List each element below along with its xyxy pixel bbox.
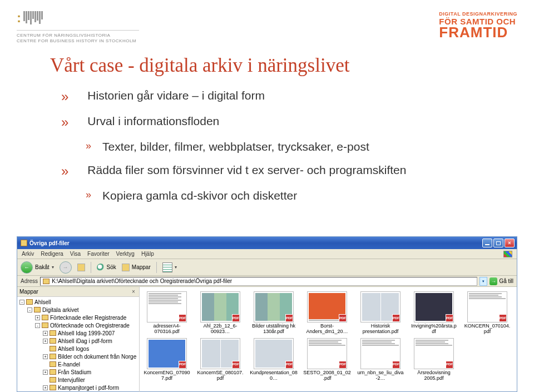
back-label: Bakåt: [35, 264, 50, 270]
search-button[interactable]: Sök: [97, 264, 116, 271]
logo-left-line1: CENTRUM FÖR NÄRINGSLIVSHISTORIA: [17, 33, 139, 38]
tree-node[interactable]: +Ahlsell Idag 1999-2007: [19, 329, 137, 337]
tree-node[interactable]: Intervjufiler: [19, 376, 137, 384]
tree-node[interactable]: +Från Stadium: [19, 368, 137, 376]
tree-label: Bilder och dokument från Norge: [58, 354, 136, 360]
tree-node[interactable]: +Förtecknade eller Registrerade: [19, 314, 137, 321]
bullet-item: »Texter, bilder, filmer, webbplatser, tr…: [61, 140, 534, 153]
pdf-badge-icon: PDF: [232, 361, 240, 369]
file-thumbnail: PDF: [307, 338, 347, 369]
window-titlebar[interactable]: Övriga pdf-filer ×: [17, 237, 517, 249]
tree-node[interactable]: -Digitala arkivet: [19, 306, 137, 314]
chevron-down-icon: ▾: [175, 265, 177, 270]
menu-item[interactable]: Hjälp: [141, 251, 154, 257]
file-thumbnail: PDF: [467, 291, 507, 322]
file-thumbnail: PDF: [360, 338, 400, 369]
file-name: Årsredovisning 2005.pdf: [410, 370, 458, 381]
search-label: Sök: [107, 264, 116, 270]
expand-icon[interactable]: +: [43, 370, 48, 375]
go-button[interactable]: → Gå till: [490, 277, 513, 285]
file-item[interactable]: PDFBilder utställning hk 130år.pdf: [250, 291, 298, 335]
folder-icon: [50, 346, 56, 351]
chevron-down-icon: ▾: [52, 265, 54, 270]
file-item[interactable]: PDFKundpresentation_080…: [250, 338, 298, 381]
back-button[interactable]: ← Bakåt ▾: [21, 261, 54, 274]
collapse-icon[interactable]: -: [19, 300, 24, 305]
tree-node[interactable]: E-handel: [19, 360, 137, 368]
tree-label: Digitala arkivet: [42, 307, 79, 313]
close-panel-button[interactable]: ×: [130, 289, 137, 295]
forward-button[interactable]: →: [60, 261, 72, 274]
expand-icon[interactable]: +: [43, 331, 48, 336]
menu-item[interactable]: Redigera: [41, 251, 63, 257]
minimize-button[interactable]: [482, 239, 492, 247]
file-thumbnail: PDF: [360, 291, 400, 322]
file-name: SESTO_2008_01_02.pdf: [303, 370, 351, 381]
up-button[interactable]: [77, 264, 85, 271]
tree-node[interactable]: +Kampanjtorget i pdf-form: [19, 384, 137, 391]
file-item[interactable]: PDFBorst-Anders_dm1_20…: [303, 291, 351, 335]
maximize-button[interactable]: [493, 239, 503, 247]
expand-icon[interactable]: +: [43, 385, 48, 390]
bullet-item: »Historien går vidare – i digital form: [61, 89, 534, 105]
bullet-item: »Kopiera gamla cd-skivor och disketter: [61, 189, 534, 202]
bullet-marker-icon: »: [86, 140, 91, 152]
file-name: Borst-Anders_dm1_20…: [303, 324, 351, 335]
menu-item[interactable]: Favoriter: [87, 251, 109, 257]
address-label: Adress: [21, 278, 38, 284]
collapse-icon[interactable]: -: [35, 323, 40, 328]
tree-node[interactable]: +Ahlsell iDag i pdf-form: [19, 337, 137, 345]
file-item[interactable]: PDFKoncernENG_070907.pdf: [143, 338, 191, 381]
file-item[interactable]: PDFÅrsredovisning 2005.pdf: [410, 338, 458, 381]
logo-right-line1: DIGITAL DESIGNARKIVERING: [439, 11, 517, 17]
folder-tree-panel: Mappar × -Ahlsell-Digitala arkivet+Förte…: [17, 287, 140, 392]
bullet-text: Historien går vidare – i digital form: [87, 89, 265, 102]
tree-node[interactable]: -Oförtecknade och Oregistrerade: [19, 321, 137, 329]
file-thumbnail: PDF: [147, 291, 187, 322]
pdf-badge-icon: PDF: [339, 361, 347, 369]
tree-label: Kampanjtorget i pdf-form: [58, 385, 119, 391]
expand-icon[interactable]: +: [43, 339, 48, 344]
expand-icon[interactable]: +: [43, 354, 48, 359]
bullet-text: Rädda filer som försvinner vid t ex serv…: [87, 163, 406, 177]
search-icon: [97, 264, 105, 271]
bullet-list: »Historien går vidare – i digital form»U…: [0, 89, 534, 202]
logo-left-line2: CENTRE FOR BUSINESS HISTORY IN STOCKHOLM: [17, 38, 139, 44]
address-dropdown-button[interactable]: ▾: [479, 277, 487, 286]
collapse-icon[interactable]: -: [27, 307, 32, 312]
pdf-badge-icon: PDF: [285, 361, 293, 369]
tree-label: Ahlsell Idag 1999-2007: [58, 330, 115, 336]
file-item[interactable]: PDFadresserA4-070316.pdf: [143, 291, 191, 335]
folder-icon: [50, 369, 56, 375]
folders-button[interactable]: Mappar: [122, 264, 151, 271]
folders-icon: [122, 264, 130, 271]
file-thumbnail: PDF: [254, 291, 294, 322]
file-item[interactable]: PDFurn_nbn_se_liu_diva-2…: [357, 338, 404, 381]
menu-item[interactable]: Arkiv: [22, 251, 34, 257]
expand-icon[interactable]: +: [35, 315, 40, 320]
file-name: KoncernENG_070907.pdf: [143, 370, 191, 381]
tree-node[interactable]: +Bilder och dokument från Norge: [19, 353, 137, 360]
file-thumbnail: PDF: [307, 291, 347, 322]
menu-item[interactable]: Verktyg: [116, 251, 135, 257]
views-button[interactable]: ▾: [162, 262, 177, 272]
tree-node[interactable]: -Ahlsell: [19, 298, 137, 306]
file-item[interactable]: PDFSESTO_2008_01_02.pdf: [303, 338, 351, 381]
file-item[interactable]: PDFHistorisk presentation.pdf: [357, 291, 404, 335]
file-item[interactable]: PDFKoncernSE_080107.pdf: [196, 338, 244, 381]
folder-icon: [50, 354, 56, 359]
file-item[interactable]: PDFKONCERN_070104.pdf: [463, 291, 511, 335]
address-input[interactable]: K:\Ahlsell\Digitala arkivet\Oförtecknade…: [40, 277, 477, 286]
windows-icon: [503, 251, 512, 257]
pdf-badge-icon: PDF: [392, 361, 400, 369]
tree-node[interactable]: Ahlsell logos: [19, 345, 137, 353]
close-button[interactable]: ×: [505, 239, 515, 247]
go-label: Gå till: [499, 278, 513, 284]
menu-item[interactable]: Visa: [70, 251, 81, 257]
file-thumbnail: PDF: [147, 338, 187, 369]
back-icon: ←: [21, 261, 33, 274]
file-item[interactable]: PDFInvigning%20årsta.pdf: [410, 291, 458, 335]
folder-icon: [50, 338, 56, 344]
file-item[interactable]: PDFAhl_22b_12_6-00923…: [196, 291, 244, 335]
folder-icon: [50, 330, 56, 336]
